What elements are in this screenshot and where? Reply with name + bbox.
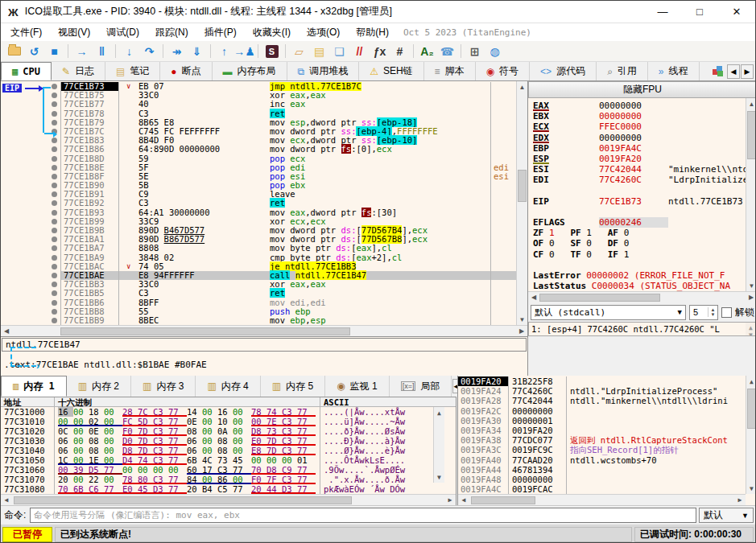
- scroll-down-icon[interactable]: ▼: [746, 483, 756, 494]
- disasm-row[interactable]: 77CE1B8D59pop ecx: [1, 154, 517, 163]
- tab-threads[interactable]: »线程: [648, 62, 700, 80]
- breakpoint-dot-icon[interactable]: [52, 282, 57, 287]
- register-row[interactable]: EIP77CE1B73ntdll.77CE1B73: [533, 196, 746, 207]
- menu-item[interactable]: 跟踪(N): [147, 24, 196, 41]
- dump-row[interactable]: 77C3106000 39 D5 7700 00 00 0060 17 C3 7…: [1, 465, 456, 475]
- trace-icon[interactable]: S: [262, 43, 282, 60]
- stop-icon[interactable]: ■: [44, 43, 64, 60]
- scroll-right-icon[interactable]: ▶: [444, 495, 456, 506]
- breakpoint-dot-icon[interactable]: [52, 174, 57, 179]
- stack-row[interactable]: 0019FA2C00000000: [458, 406, 746, 416]
- command-preset-select[interactable]: 默认 ▼: [699, 508, 754, 523]
- tab-dump-3[interactable]: ▥内存 3: [131, 376, 196, 397]
- stack-row[interactable]: 0019FA2477C4260Cntdll."LdrpInitializePro…: [458, 386, 746, 396]
- breakpoint-dot-icon[interactable]: [52, 101, 57, 107]
- stack-vscrollbar[interactable]: ▲ ▼: [746, 376, 756, 494]
- register-row[interactable]: EFLAGS00000246: [533, 217, 746, 228]
- tab-memory-map[interactable]: ▬内存布局: [213, 62, 287, 80]
- maximize-button[interactable]: □: [681, 1, 718, 23]
- scroll-thumb[interactable]: [747, 389, 756, 429]
- stack-row[interactable]: 0019FA4077CAAD20ntdll.wcstombs+70: [458, 455, 746, 465]
- breakpoint-dot-icon[interactable]: [52, 264, 57, 269]
- tab-symbols[interactable]: ◉符号: [476, 62, 530, 80]
- breakpoint-dot-icon[interactable]: [52, 120, 57, 125]
- scroll-down-icon[interactable]: ▼: [517, 314, 527, 325]
- register-row[interactable]: LastStatus C0000034 (STATUS_OBJECT_NA: [533, 281, 746, 291]
- disasm-row[interactable]: 77CE1B7740inc eax: [1, 100, 517, 109]
- register-row[interactable]: OF 0 SF 0 DF 0: [533, 238, 746, 249]
- blocks-icon[interactable]: [713, 66, 724, 77]
- tab-dump-1[interactable]: ▥内存 1: [1, 376, 67, 397]
- dump-row[interactable]: 77C310200C 00 0E 00F0 7D C3 7708 00 0A 0…: [1, 426, 456, 436]
- scroll-left-icon[interactable]: ◀: [458, 495, 469, 506]
- tab-scroll-right-icon[interactable]: ▶: [741, 64, 754, 79]
- scroll-thumb[interactable]: [14, 496, 352, 504]
- register-row[interactable]: CF 0 TF 0 IF 1: [533, 249, 746, 260]
- stack-row[interactable]: 0019FA3877CDC077返回到 ntdll.RtlCaptureStac…: [458, 435, 746, 445]
- breakpoint-dot-icon[interactable]: [52, 290, 57, 296]
- registers-list[interactable]: EAX00000000EBX00000000ECXFFEC0000EDX0000…: [528, 98, 746, 291]
- scroll-up-icon[interactable]: ▲: [746, 376, 756, 387]
- pause-icon[interactable]: ‖: [92, 43, 112, 60]
- stack-pane[interactable]: 0019FA2031B225F80019FA2477C4260Cntdll."L…: [457, 376, 756, 505]
- tab-locals[interactable]: [x=]局部: [390, 376, 452, 397]
- tab-cpu[interactable]: ▦CPU: [1, 62, 52, 80]
- scroll-up-icon[interactable]: ▲: [434, 407, 444, 418]
- calculator-icon[interactable]: ⊞: [465, 43, 485, 60]
- breakpoint-dot-icon[interactable]: [52, 210, 57, 216]
- menu-item[interactable]: 调试(D): [98, 24, 147, 41]
- breakpoint-dot-icon[interactable]: [52, 111, 57, 117]
- disasm-row[interactable]: 77CE1BB98BECmov ebp,esp: [1, 316, 517, 325]
- registers-vscrollbar[interactable]: ▲ ▼: [746, 98, 756, 291]
- step-out-icon[interactable]: ⇓: [187, 43, 207, 60]
- scroll-up-icon[interactable]: ▲: [746, 98, 756, 109]
- menu-item[interactable]: 文件(F): [2, 24, 50, 41]
- dump-row[interactable]: 77C3107020 00 22 0078 80 C3 7784 00 86 0…: [1, 475, 456, 484]
- tab-watch-1[interactable]: ◉监视 1: [325, 376, 390, 397]
- bookmarks-icon[interactable]: //: [349, 43, 370, 60]
- register-row[interactable]: ZF 1 PF 1 AF 0: [533, 228, 746, 238]
- scroll-left-icon[interactable]: ◀: [528, 292, 539, 303]
- scroll-thumb[interactable]: [747, 111, 756, 159]
- breakpoint-dot-icon[interactable]: [52, 156, 57, 162]
- tab-script[interactable]: ≡脚本: [424, 62, 476, 80]
- hash-icon[interactable]: #: [390, 43, 410, 60]
- breakpoint-dot-icon[interactable]: [52, 200, 57, 206]
- register-row[interactable]: ECXFFEC0000: [533, 121, 746, 132]
- disasm-row[interactable]: 77CE1BA78808mov byte ptr ds:[eax],cl: [1, 244, 517, 253]
- labels-icon[interactable]: ❏: [329, 43, 349, 60]
- breakpoint-dot-icon[interactable]: [52, 318, 57, 323]
- registers-hscrollbar[interactable]: ◀ ▶: [528, 291, 756, 302]
- disassembly-pane[interactable]: EIP 77CE1B73∨EB 07jmp ntdll.77CE1B7C77CE…: [1, 81, 528, 336]
- scroll-right-icon[interactable]: ▶: [746, 292, 756, 303]
- register-row[interactable]: ESP0019FA20: [533, 154, 746, 164]
- command-input[interactable]: [30, 508, 696, 523]
- menu-item[interactable]: 插件(P): [196, 24, 245, 41]
- dump-row[interactable]: 77C3101000 00 02 00FC 5D C3 770E 00 10 0…: [1, 417, 456, 426]
- hide-fpu-button[interactable]: 隐藏FPU: [528, 81, 756, 98]
- phone-arrow-icon[interactable]: ☎: [437, 43, 457, 60]
- tab-references[interactable]: ⌕引用: [597, 62, 648, 80]
- arguments-list[interactable]: 1: [esp+4] 77C4260C ntdll.77C4260C "L2: …: [528, 322, 756, 336]
- execute-till-return-icon[interactable]: ↑: [214, 43, 234, 60]
- menu-item[interactable]: 选项(O): [299, 24, 348, 41]
- tab-notes[interactable]: ▤笔记: [105, 62, 160, 80]
- dump-hscrollbar[interactable]: ◀ ▶: [1, 494, 456, 505]
- disasm-row[interactable]: 77CE1BB68BFFmov edi,edi: [1, 298, 517, 307]
- stack-row[interactable]: 0019FA4446781394: [458, 465, 746, 475]
- register-row[interactable]: LastError 00000002 (ERROR_FILE_NOT_F: [533, 270, 746, 281]
- dump-row[interactable]: 77C310501C 00 1E 00D4 74 C3 776B 4C 73 4…: [1, 455, 456, 465]
- breakpoint-dot-icon[interactable]: [52, 165, 57, 171]
- register-row[interactable]: ESI77C42044"minkernel\\ntdll\: [533, 164, 746, 175]
- menu-item[interactable]: 视图(V): [50, 24, 98, 41]
- tab-seh[interactable]: ⚠SEH链: [359, 62, 423, 80]
- stack-row[interactable]: 0019FA4800000000: [458, 475, 746, 484]
- argument-row[interactable]: 1: [esp+4] 77C4260C ntdll.77C4260C "L: [531, 324, 756, 335]
- register-row[interactable]: EBP0019FA4C: [533, 143, 746, 154]
- scroll-left-icon[interactable]: ◀: [1, 326, 12, 337]
- breakpoint-dot-icon[interactable]: [52, 93, 57, 98]
- scroll-thumb[interactable]: [471, 496, 535, 504]
- breakpoint-dot-icon[interactable]: [52, 191, 57, 197]
- stack-hscrollbar[interactable]: ◀ ▶: [458, 494, 746, 505]
- dump-row[interactable]: 77C3100016 00 18 0028 7C C3 7714 00 16 0…: [1, 407, 456, 417]
